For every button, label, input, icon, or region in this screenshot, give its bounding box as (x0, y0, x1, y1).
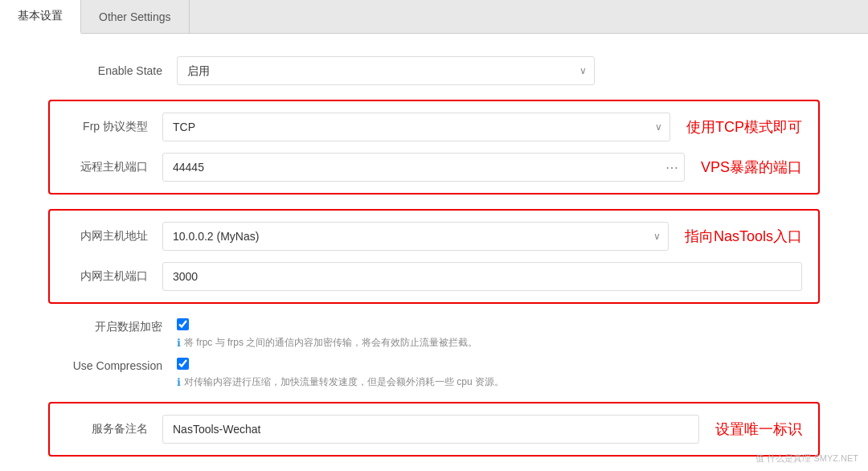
protocol-control: TCP UDP HTTP HTTPS (162, 113, 670, 141)
protocol-row: Frp 协议类型 TCP UDP HTTP HTTPS 使用TCP模式即可 (66, 113, 802, 141)
hint-icon-compression: ℹ (177, 376, 181, 388)
use-compression-label: Use Compression (48, 358, 177, 372)
service-alias-label: 服务备注名 (66, 422, 162, 436)
tab-other[interactable]: Other Settings (81, 0, 190, 33)
remote-port-input-wrapper: ⋯ (162, 153, 685, 182)
section-protocol-remote: Frp 协议类型 TCP UDP HTTP HTTPS 使用TCP模式即可 远程… (48, 100, 820, 195)
use-compression-content: ℹ 对传输内容进行压缩，加快流量转发速度，但是会额外消耗一些 cpu 资源。 (177, 358, 820, 389)
section-service-alias: 服务备注名 设置唯一标识 (48, 402, 820, 457)
local-host-control: 10.0.0.2 (MyNas) (162, 222, 669, 251)
data-encryption-content: ℹ 将 frpc 与 frps 之间的通信内容加密传输，将会有效防止流量被拦截。 (177, 318, 820, 350)
data-encryption-hint: ℹ 将 frpc 与 frps 之间的通信内容加密传输，将会有效防止流量被拦截。 (177, 336, 820, 350)
enable-state-select-wrapper: 启用 禁用 (177, 56, 595, 85)
remote-port-input[interactable] (162, 153, 685, 182)
enable-state-control: 启用 禁用 (177, 56, 595, 85)
tab-basic[interactable]: 基本设置 (0, 0, 81, 34)
local-port-input[interactable] (162, 262, 802, 291)
local-host-label: 内网主机地址 (66, 229, 162, 244)
local-port-row: 内网主机端口 (66, 262, 802, 291)
enable-state-label: Enable State (48, 64, 177, 77)
section-local: 内网主机地址 10.0.0.2 (MyNas) 指向NasTools入口 内网主… (48, 209, 820, 304)
protocol-select-wrapper: TCP UDP HTTP HTTPS (162, 113, 670, 141)
remote-port-label: 远程主机端口 (66, 160, 162, 174)
tab-bar: 基本设置 Other Settings (0, 0, 868, 34)
service-alias-annotation: 设置唯一标识 (715, 420, 802, 439)
protocol-label: Frp 协议类型 (66, 120, 162, 134)
service-alias-control (162, 415, 699, 444)
local-port-control (162, 262, 802, 291)
use-compression-hint: ℹ 对传输内容进行压缩，加快流量转发速度，但是会额外消耗一些 cpu 资源。 (177, 375, 820, 389)
protocol-select[interactable]: TCP UDP HTTP HTTPS (162, 113, 670, 141)
remote-port-control: ⋯ (162, 153, 685, 182)
hint-icon-encryption: ℹ (177, 337, 181, 349)
use-compression-checkbox[interactable] (177, 358, 189, 370)
local-host-row: 内网主机地址 10.0.0.2 (MyNas) 指向NasTools入口 (66, 222, 802, 251)
local-host-annotation: 指向NasTools入口 (685, 227, 802, 246)
local-host-select[interactable]: 10.0.0.2 (MyNas) (162, 222, 669, 251)
enable-state-select[interactable]: 启用 禁用 (177, 56, 595, 85)
remote-port-annotation: VPS暴露的端口 (701, 158, 802, 177)
port-icon: ⋯ (665, 160, 678, 175)
watermark: 值 什么是真理 SMYZ.NET (755, 453, 858, 465)
main-content: Enable State 启用 禁用 Frp 协议类型 TCP UDP HTTP… (0, 34, 868, 471)
remote-port-row: 远程主机端口 ⋯ VPS暴露的端口 (66, 153, 802, 182)
local-port-label: 内网主机端口 (66, 269, 162, 284)
use-compression-row: Use Compression ℹ 对传输内容进行压缩，加快流量转发速度，但是会… (0, 358, 868, 389)
service-alias-row: 服务备注名 设置唯一标识 (66, 415, 802, 444)
data-encryption-checkbox[interactable] (177, 318, 189, 330)
data-encryption-row: 开启数据加密 ℹ 将 frpc 与 frps 之间的通信内容加密传输，将会有效防… (0, 318, 868, 350)
enable-state-row: Enable State 启用 禁用 (0, 56, 868, 85)
protocol-annotation: 使用TCP模式即可 (686, 117, 802, 137)
local-host-select-wrapper: 10.0.0.2 (MyNas) (162, 222, 669, 251)
data-encryption-label: 开启数据加密 (48, 318, 177, 334)
service-alias-input[interactable] (162, 415, 699, 444)
